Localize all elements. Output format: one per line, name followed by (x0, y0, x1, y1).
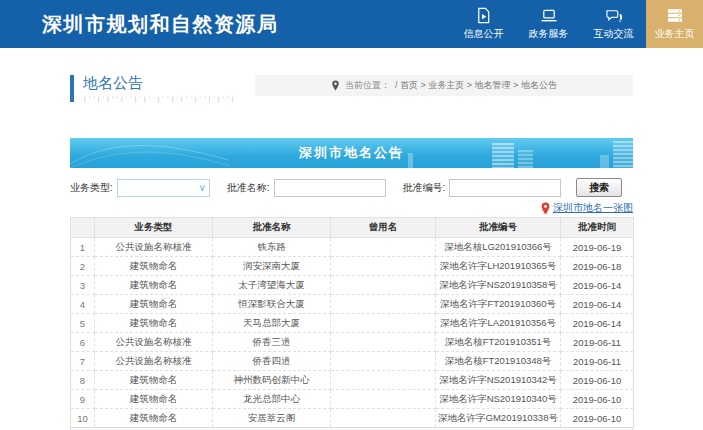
cell-approved-name: 恒深影联合大厦 (213, 295, 331, 314)
cell-approval-code: 深地名许字NS201910358号 (436, 276, 561, 295)
page-title: 地名公告 (83, 75, 235, 91)
header-nav: 信息公开 政务服务 互动交流 业务主页 (451, 0, 703, 48)
cell-business-type: 建筑物命名 (95, 295, 213, 314)
breadcrumb-path[interactable]: / 首页 > 业务主页 > 地名管理 > 地名公告 (395, 79, 557, 92)
server-list-icon (666, 7, 684, 24)
nav-item-gov-services[interactable]: 政务服务 (516, 0, 581, 48)
skyline-decoration (600, 155, 609, 168)
cell-former-name (331, 371, 436, 390)
announcement-panel: 深圳市地名公告 业务类型: ∨ 批准名称: 批准编号: 搜索 深圳市地名一张图 … (70, 138, 633, 430)
cell-rownum: 4 (71, 295, 95, 314)
col-rownum (71, 218, 95, 238)
col-approval-code: 批准编号 (436, 218, 561, 238)
nav-item-info-disclosure[interactable]: 信息公开 (451, 0, 516, 48)
chat-icon (605, 7, 623, 24)
col-approved-name: 批准名称 (213, 218, 331, 238)
cell-rownum: 10 (71, 409, 95, 428)
document-icon (475, 7, 492, 24)
cell-approval-date: 2019-06-11 (561, 352, 634, 371)
cell-approval-date: 2019-06-14 (561, 276, 634, 295)
col-former-name: 曾用名 (331, 218, 436, 238)
cell-approval-date: 2019-06-19 (561, 238, 634, 257)
cell-business-type: 建筑物命名 (95, 257, 213, 276)
cell-former-name (331, 238, 436, 257)
cell-business-type: 建筑物命名 (95, 390, 213, 409)
cell-rownum: 7 (71, 352, 95, 371)
cell-approved-name: 侨香四道 (213, 352, 331, 371)
cell-former-name (331, 257, 436, 276)
banner-title: 深圳市地名公告 (299, 144, 404, 162)
cell-approval-code: 深地名核LG201910366号 (436, 238, 561, 257)
cell-former-name (331, 276, 436, 295)
approval-code-input[interactable] (449, 179, 561, 197)
table-row: 2 建筑物命名 润安深南大厦 深地名许字LH201910365号 2019-06… (71, 257, 634, 276)
map-pin-icon (540, 202, 551, 215)
filter-bar: 业务类型: ∨ 批准名称: 批准编号: 搜索 (70, 178, 633, 197)
nav-item-business-home[interactable]: 业务主页 (646, 0, 703, 48)
table-row: 3 建筑物命名 太子湾望海大厦 深地名许字NS201910358号 2019-0… (71, 276, 634, 295)
cell-rownum: 3 (71, 276, 95, 295)
nav-label: 信息公开 (464, 27, 504, 41)
cell-rownum: 1 (71, 238, 95, 257)
nav-label: 业务主页 (655, 27, 695, 41)
col-business-type: 业务类型 (95, 218, 213, 238)
cell-business-type: 建筑物命名 (95, 314, 213, 333)
cell-approval-date: 2019-06-14 (561, 314, 634, 333)
business-type-select[interactable]: ∨ (117, 179, 210, 197)
announcements-table: 业务类型 批准名称 曾用名 批准编号 批准时间 1 公共设施名称核准 铁东路 深… (70, 217, 634, 428)
panel-banner: 深圳市地名公告 (70, 138, 633, 168)
code-filter-label: 批准编号: (403, 181, 446, 195)
cell-approved-name: 太子湾望海大厦 (213, 276, 331, 295)
cell-approval-date: 2019-06-10 (561, 371, 634, 390)
cell-former-name (331, 390, 436, 409)
city-map-link[interactable]: 深圳市地名一张图 (553, 201, 633, 215)
cell-approval-date: 2019-06-11 (561, 333, 634, 352)
cell-rownum: 6 (71, 333, 95, 352)
skyline-decoration (613, 141, 633, 168)
cell-approval-code: 深地名核FT201910351号 (436, 333, 561, 352)
cell-approved-name: 天马总部大厦 (213, 314, 331, 333)
cell-former-name (331, 409, 436, 428)
cell-rownum: 2 (71, 257, 95, 276)
nav-label: 政务服务 (529, 27, 569, 41)
table-row: 7 公共设施名称核准 侨香四道 深地名核FT201910348号 2019-06… (71, 352, 634, 371)
search-button[interactable]: 搜索 (576, 178, 622, 197)
table-row: 10 建筑物命名 安居萃云阁 深地名许字GM201910338号 2019-06… (71, 409, 634, 428)
banner-swirl-decoration (70, 138, 230, 168)
cell-former-name (331, 352, 436, 371)
cell-business-type: 公共设施名称核准 (95, 238, 213, 257)
cell-rownum: 5 (71, 314, 95, 333)
table-row: 4 建筑物命名 恒深影联合大厦 深地名许字FT201910360号 2019-0… (71, 295, 634, 314)
skyline-decoration (518, 150, 533, 168)
cell-former-name (331, 295, 436, 314)
cell-approval-date: 2019-06-10 (561, 390, 634, 409)
cell-business-type: 建筑物命名 (95, 276, 213, 295)
nav-item-interaction[interactable]: 互动交流 (581, 0, 646, 48)
table-row: 1 公共设施名称核准 铁东路 深地名核LG201910366号 2019-06-… (71, 238, 634, 257)
cell-former-name (331, 314, 436, 333)
skyline-decoration (408, 153, 413, 168)
type-filter-label: 业务类型: (70, 181, 113, 195)
table-header: 业务类型 批准名称 曾用名 批准编号 批准时间 (71, 218, 634, 238)
cell-former-name (331, 333, 436, 352)
cell-approval-date: 2019-06-10 (561, 409, 634, 428)
cell-approval-code: 深地名许字FT201910360号 (436, 295, 561, 314)
section-row: 地名公告 |''|'|''|''|'|''|''|'|''|''|'|''| 当… (0, 75, 703, 102)
cell-business-type: 建筑物命名 (95, 409, 213, 428)
map-link-row: 深圳市地名一张图 (70, 201, 633, 215)
top-header: 深圳市规划和自然资源局 信息公开 政务服务 互动交流 业务主页 (0, 0, 703, 48)
table-row: 8 建筑物命名 神州数码创新中心 深地名许字NS201910342号 2019-… (71, 371, 634, 390)
col-approval-date: 批准时间 (561, 218, 634, 238)
approved-name-input[interactable] (274, 179, 386, 197)
nav-label: 互动交流 (594, 27, 634, 41)
breadcrumb: 当前位置： / 首页 > 业务主页 > 地名管理 > 地名公告 (255, 75, 633, 96)
cell-approval-code: 深地名许字GM201910338号 (436, 409, 561, 428)
site-title: 深圳市规划和自然资源局 (0, 0, 451, 48)
cell-approval-code: 深地名核FT201910348号 (436, 352, 561, 371)
page-title-decoration: |''|'|''|''|'|''|''|'|''|''|'|''| (83, 95, 235, 102)
cell-business-type: 公共设施名称核准 (95, 333, 213, 352)
cell-approved-name: 润安深南大厦 (213, 257, 331, 276)
cell-approval-code: 深地名许字NS201910342号 (436, 371, 561, 390)
cell-approval-code: 深地名许字LH201910365号 (436, 257, 561, 276)
location-pin-icon (331, 80, 340, 91)
